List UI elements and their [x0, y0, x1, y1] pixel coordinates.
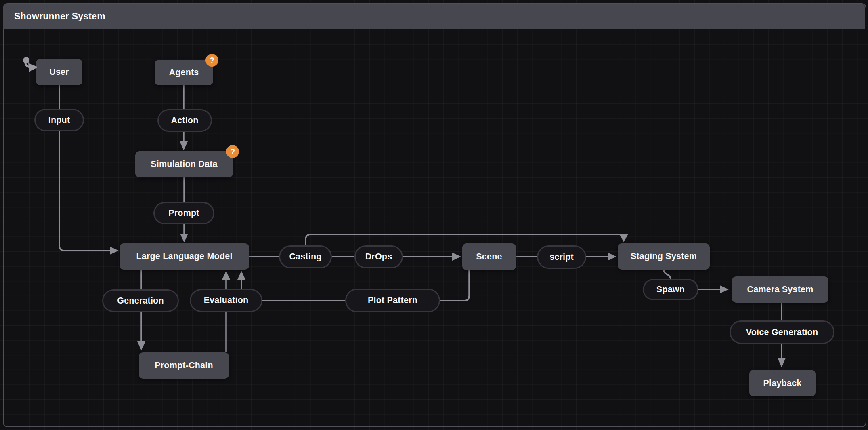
node-scene[interactable]: Scene: [462, 243, 516, 270]
node-simulation-data[interactable]: Simulation Data: [135, 151, 233, 177]
node-staging-system[interactable]: Staging System: [618, 243, 710, 270]
edge-label-action[interactable]: Action: [157, 109, 212, 132]
edge-label-prompt[interactable]: Prompt: [153, 202, 214, 224]
edge-label-input[interactable]: Input: [34, 109, 84, 131]
edge-label-generation[interactable]: Generation: [102, 289, 179, 312]
pointer-click-icon: [19, 55, 42, 75]
node-playback[interactable]: Playback: [749, 370, 816, 396]
node-prompt-chain[interactable]: Prompt-Chain: [139, 352, 229, 379]
node-camera-system[interactable]: Camera System: [732, 276, 828, 303]
edge-label-voice-generation[interactable]: Voice Generation: [730, 320, 834, 344]
simulation-data-help-badge[interactable]: ?: [226, 145, 239, 158]
node-agents[interactable]: Agents: [155, 60, 213, 85]
node-large-language-model[interactable]: Large Language Model: [120, 243, 249, 270]
edges-layer: [0, 0, 868, 430]
edge-label-plot-pattern[interactable]: Plot Pattern: [345, 289, 440, 312]
edge-label-drops[interactable]: DrOps: [354, 245, 403, 268]
edge-label-spawn[interactable]: Spawn: [643, 279, 698, 300]
node-user[interactable]: User: [36, 59, 82, 85]
edge-label-script[interactable]: script: [537, 245, 586, 269]
edge-label-casting[interactable]: Casting: [279, 245, 332, 268]
agents-help-badge[interactable]: ?: [205, 54, 218, 67]
edge-label-evaluation[interactable]: Evaluation: [190, 289, 262, 312]
